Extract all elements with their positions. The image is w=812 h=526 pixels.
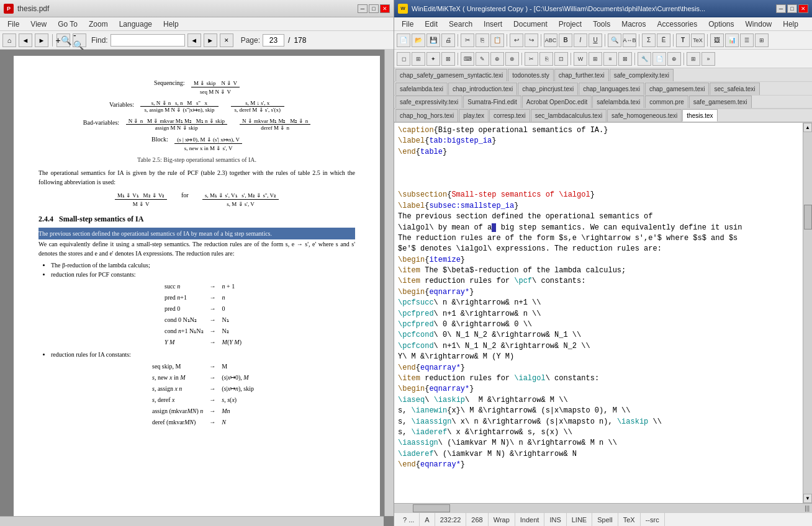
ed-extra2-btn[interactable]: ⊞: [755, 33, 769, 47]
editor-menu-accessories[interactable]: Accessories: [652, 19, 703, 30]
ed-paste-btn[interactable]: 📋: [490, 33, 504, 47]
ed2-btn13[interactable]: ⊞: [589, 52, 602, 66]
tab-safelambda[interactable]: safelambda.texi: [395, 82, 448, 95]
ed-italic-btn[interactable]: I: [574, 33, 587, 47]
ed2-btn3[interactable]: ✦: [426, 52, 440, 66]
pdf-menu-view[interactable]: View: [25, 19, 52, 30]
tab-chap-gamesem[interactable]: chap_gamesem.texi: [645, 82, 710, 95]
ed2-expand[interactable]: »: [701, 52, 715, 66]
ed-open-btn[interactable]: 📂: [412, 33, 425, 47]
ed2-btn8[interactable]: ⊗: [505, 52, 519, 66]
tab-todonotes[interactable]: todonotes.sty: [508, 69, 553, 81]
editor-menu-edit[interactable]: Edit: [420, 19, 443, 30]
tab-chap-pincrjust[interactable]: chap_pincrjust.texi: [518, 82, 578, 95]
ed2-btn11[interactable]: ⊡: [554, 52, 568, 66]
ed-cut-btn[interactable]: ✂: [461, 33, 474, 47]
ed-redo-btn[interactable]: ↪: [525, 33, 538, 47]
pdf-menu-zoom[interactable]: Zoom: [84, 19, 113, 30]
tab-sumatra-find[interactable]: Sumatra-Find.edit: [463, 96, 521, 108]
editor-menu-help[interactable]: Help: [778, 19, 803, 30]
pdf-zoom-in-btn[interactable]: +🔍: [56, 33, 70, 47]
ed-img-btn[interactable]: 🖼: [710, 33, 724, 47]
pdf-home-btn[interactable]: ⌂: [2, 33, 16, 47]
tab-safelambda2[interactable]: safelambda.texi: [592, 96, 644, 108]
tab-chap-intro[interactable]: chap_introduction.texi: [448, 82, 517, 95]
ed-eacute-btn[interactable]: Ë: [657, 33, 670, 47]
ed-copy-btn[interactable]: ⎘: [476, 33, 489, 47]
ed2-btn9[interactable]: ✂: [525, 52, 538, 66]
editor-maximize-btn[interactable]: □: [787, 4, 797, 13]
editor-scrollbar-horizontal[interactable]: |||: [394, 503, 812, 512]
ed-bold-btn[interactable]: B: [559, 33, 572, 47]
editor-menu-document[interactable]: Document: [508, 19, 553, 30]
tab-common-pre[interactable]: common.pre: [645, 96, 688, 108]
ed2-btn1[interactable]: ◻: [397, 52, 410, 66]
ed-chart-btn[interactable]: 📊: [725, 33, 739, 47]
editor-menu-insert[interactable]: Insert: [479, 19, 507, 30]
pdf-prev-btn[interactable]: ◄: [19, 33, 32, 47]
ed-findreplace-btn[interactable]: A↔B: [623, 33, 636, 47]
editor-menu-project[interactable]: Project: [554, 19, 587, 30]
find-input[interactable]: [111, 34, 185, 47]
pdf-maximize-btn[interactable]: □: [369, 4, 379, 13]
pdf-next-btn[interactable]: ►: [35, 33, 48, 47]
ed2-btn4[interactable]: ⊠: [441, 52, 455, 66]
tab-safe-homogeneous[interactable]: safe_homogeneous.texi: [607, 109, 682, 122]
tab-chap-further[interactable]: chap_further.texi: [554, 69, 609, 81]
tab-chap-languages[interactable]: chap_languages.texi: [579, 82, 644, 95]
find-clear-btn[interactable]: ✕: [220, 33, 233, 47]
ed-save-btn[interactable]: 💾: [426, 33, 440, 47]
editor-menu-search[interactable]: Search: [444, 19, 477, 30]
find-prev-btn[interactable]: ◄: [187, 33, 201, 47]
editor-text-area[interactable]: \caption{Big-step operational semantics …: [394, 123, 803, 503]
tab-chap-safety[interactable]: chap_safety_gamesem_syntactic.texi: [395, 69, 507, 81]
ed2-btn17[interactable]: 📄: [652, 52, 666, 66]
tab-corresp[interactable]: corresp.texi: [489, 109, 530, 122]
pdf-menu-file[interactable]: File: [2, 19, 24, 30]
tab-safe-gamesem[interactable]: safe_gamesem.texi: [689, 96, 752, 108]
ed2-btn7[interactable]: ⊕: [490, 52, 504, 66]
ed2-btn18[interactable]: ⊕: [667, 52, 681, 66]
editor-menu-options[interactable]: Options: [703, 19, 739, 30]
tab-sec-lambda[interactable]: sec_lambdacalculus.texi: [531, 109, 607, 122]
editor-menu-tools[interactable]: Tools: [588, 19, 615, 30]
ed2-btn14[interactable]: ≡: [603, 52, 617, 66]
editor-scrollbar-vertical[interactable]: ▲ ▼: [803, 123, 812, 503]
ed-spell-btn[interactable]: ABC: [544, 33, 557, 47]
h-scroll-thumb[interactable]: [413, 504, 450, 512]
ed2-btn16[interactable]: 🔧: [638, 52, 651, 66]
ed2-btn15[interactable]: ⊠: [618, 52, 632, 66]
ed2-btn2[interactable]: ⊞: [412, 52, 425, 66]
pdf-close-btn[interactable]: ✕: [380, 4, 390, 13]
scroll-thumb[interactable]: [804, 205, 812, 230]
ed-sigma-btn[interactable]: Σ: [642, 33, 656, 47]
ed2-btn10[interactable]: ⎘: [539, 52, 553, 66]
tab-acrobat[interactable]: Acrobat OpenDoc.edit: [522, 96, 592, 108]
pdf-menu-help[interactable]: Help: [158, 19, 184, 30]
editor-menu-file[interactable]: File: [397, 19, 418, 30]
ed2-btn19[interactable]: ⊞: [687, 52, 700, 66]
pdf-menu-language[interactable]: Language: [114, 19, 157, 30]
ed-print-btn[interactable]: 🖨: [441, 33, 455, 47]
tab-chap-hog[interactable]: chap_hog_hors.texi: [395, 109, 458, 122]
ed-new-btn[interactable]: 📄: [397, 33, 410, 47]
editor-menu-macros[interactable]: Macros: [616, 19, 651, 30]
pdf-scrollbar-vertical[interactable]: [384, 50, 394, 516]
ed-tex-btn[interactable]: TeX: [691, 33, 705, 47]
ed-under-btn[interactable]: U: [589, 33, 602, 47]
editor-minimize-btn[interactable]: ─: [776, 4, 786, 13]
ed-find-btn[interactable]: 🔍: [608, 33, 621, 47]
ed-undo-btn[interactable]: ↩: [510, 33, 523, 47]
ed2-btn5[interactable]: ⌨: [461, 52, 474, 66]
tab-play[interactable]: play.tex: [459, 109, 489, 122]
ed2-btn6[interactable]: ✎: [476, 52, 489, 66]
ed-t-btn[interactable]: T: [676, 33, 690, 47]
tab-safe-complexity[interactable]: safe_complexity.texi: [610, 69, 674, 81]
pdf-scrollbar-horizontal[interactable]: [0, 516, 384, 526]
scroll-up-arrow[interactable]: ▲: [803, 123, 812, 132]
tab-sec-safeia[interactable]: sec_safeia.texi: [710, 82, 759, 95]
editor-close-btn[interactable]: ✕: [798, 4, 808, 13]
ed2-btn12[interactable]: W: [574, 52, 587, 66]
pdf-minimize-btn[interactable]: ─: [358, 4, 368, 13]
pdf-menu-goto[interactable]: Go To: [53, 19, 83, 30]
